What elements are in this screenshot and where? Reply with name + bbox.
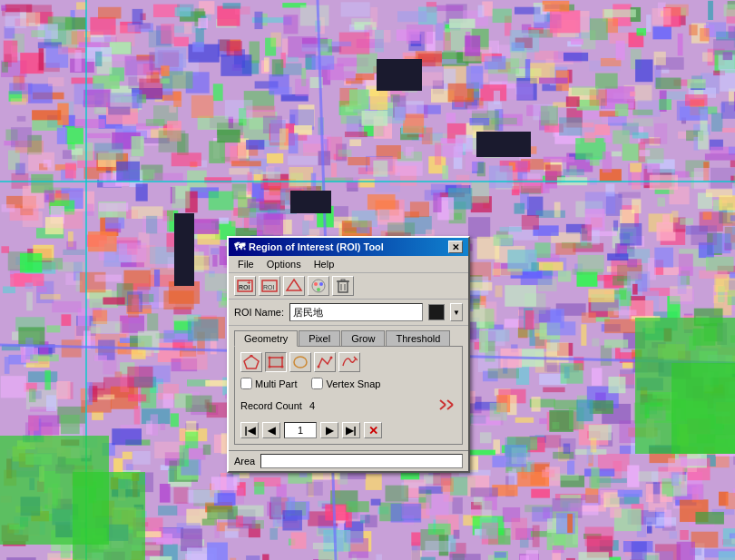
tabs: Geometry Pixel Grow Threshold <box>234 329 463 346</box>
draw-circle-button[interactable] <box>289 352 311 372</box>
svg-line-26 <box>440 400 446 405</box>
nav-first-button[interactable]: |◀ <box>240 422 259 438</box>
nav-page-input[interactable] <box>284 422 317 438</box>
draw-freehand-button[interactable] <box>338 352 360 372</box>
roi-color-button[interactable] <box>428 304 445 320</box>
toolbar: ROI + ROI <box>229 273 468 300</box>
svg-text:+: + <box>247 279 251 287</box>
title-bar: 🗺 Region of Interest (ROI) Tool ✕ <box>229 238 468 256</box>
vertex-snap-checkbox[interactable] <box>311 378 323 389</box>
tab-threshold[interactable]: Threshold <box>386 330 450 347</box>
toolbar-palette[interactable] <box>308 276 329 296</box>
multi-part-checkbox[interactable] <box>240 378 252 389</box>
svg-rect-17 <box>270 358 282 367</box>
svg-point-8 <box>319 282 323 286</box>
menu-bar: File Options Help <box>229 256 468 273</box>
svg-point-22 <box>294 357 307 368</box>
multi-part-label: Multi Part <box>240 378 297 389</box>
toolbar-delete[interactable] <box>332 276 354 296</box>
menu-help[interactable]: Help <box>309 258 340 270</box>
svg-text:ROI: ROI <box>263 284 275 290</box>
nav-last-button[interactable]: ▶| <box>342 422 360 438</box>
close-button[interactable]: ✕ <box>448 241 463 253</box>
svg-rect-10 <box>338 281 348 292</box>
tab-grow[interactable]: Grow <box>341 330 385 347</box>
nav-prev-button[interactable]: ◀ <box>262 422 280 438</box>
svg-point-20 <box>269 366 271 368</box>
nav-row: |◀ ◀ ▶ ▶| ✕ <box>240 422 456 438</box>
svg-point-19 <box>281 357 284 359</box>
svg-line-29 <box>447 405 453 409</box>
area-value <box>260 454 463 468</box>
roi-dialog: 🗺 Region of Interest (ROI) Tool ✕ File O… <box>227 236 470 473</box>
tab-content: Multi Part Vertex Snap Record Count 4 <box>234 346 463 445</box>
menu-options[interactable]: Options <box>261 258 307 270</box>
dialog-title: Region of Interest (ROI) Tool <box>249 241 384 252</box>
draw-tools <box>240 352 456 372</box>
svg-point-21 <box>281 366 284 368</box>
roi-name-label: ROI Name: <box>234 307 284 318</box>
area-label: Area <box>234 456 255 467</box>
nav-delete-button[interactable]: ✕ <box>364 422 382 438</box>
svg-point-7 <box>314 282 318 286</box>
draw-polygon-button[interactable] <box>240 352 262 372</box>
svg-line-28 <box>447 400 453 405</box>
roi-dropdown-button[interactable]: ▼ <box>450 303 463 321</box>
tab-pixel[interactable]: Pixel <box>299 330 340 347</box>
dialog-icon: 🗺 <box>234 241 245 253</box>
tab-geometry[interactable]: Geometry <box>234 330 298 347</box>
nav-next-button[interactable]: ▶ <box>320 422 338 438</box>
vertex-snap-label: Vertex Snap <box>311 378 380 389</box>
draw-rectangle-button[interactable] <box>265 352 287 372</box>
record-count-value: 4 <box>309 400 315 411</box>
toolbar-roi-add2[interactable]: ROI <box>259 276 280 296</box>
svg-point-23 <box>318 366 320 368</box>
svg-point-9 <box>317 288 320 291</box>
svg-marker-15 <box>244 356 259 368</box>
record-count-label: Record Count <box>240 400 302 411</box>
record-row: Record Count 4 <box>240 397 456 415</box>
checkboxes-row: Multi Part Vertex Snap <box>240 378 456 389</box>
draw-line-button[interactable] <box>314 352 336 372</box>
goto-record-button[interactable] <box>436 397 456 415</box>
svg-line-27 <box>440 405 446 409</box>
roi-name-input[interactable] <box>289 303 423 321</box>
svg-rect-12 <box>341 280 345 281</box>
svg-point-18 <box>269 357 271 359</box>
svg-point-24 <box>330 357 333 359</box>
status-bar: Area <box>229 450 468 471</box>
roi-name-row: ROI Name: ▼ <box>229 300 468 326</box>
svg-marker-5 <box>287 280 301 290</box>
menu-file[interactable]: File <box>232 258 260 270</box>
toolbar-roi-add1[interactable]: ROI + <box>234 276 256 296</box>
toolbar-roi-add3[interactable] <box>283 276 305 296</box>
